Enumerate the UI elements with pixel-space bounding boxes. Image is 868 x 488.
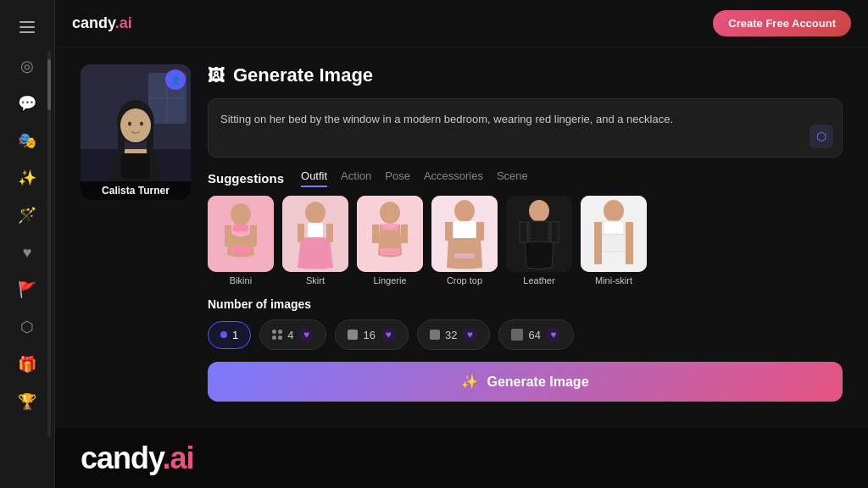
lingerie-figure — [357, 196, 423, 272]
num-images-label: Number of images — [208, 297, 843, 311]
num-value-1: 1 — [232, 329, 238, 341]
sidebar-item-compass[interactable]: ◎ — [10, 49, 44, 83]
num-value-4: 4 — [287, 329, 293, 341]
num-square-64 — [511, 329, 523, 341]
tab-outfit[interactable]: Outfit — [301, 169, 327, 187]
character-card[interactable]: 👤 Calista Turner — [81, 64, 191, 200]
svg-rect-27 — [381, 224, 398, 230]
svg-rect-33 — [453, 221, 476, 238]
hamburger-menu[interactable] — [12, 12, 42, 42]
svg-point-12 — [140, 122, 143, 126]
sidebar: ◎ 💬 🎭 ✨ 🪄 ♥ 🚩 ⬡ 🎁 🏆 — [0, 0, 55, 488]
outfit-thumb-miniskirt — [581, 196, 647, 272]
outfit-thumb-lingerie — [357, 196, 423, 272]
num-option-64[interactable]: 64 ♥ — [498, 319, 573, 350]
num-images-section: Number of images 1 4 ♥ — [208, 297, 843, 350]
sidebar-item-magic[interactable]: 🪄 — [10, 198, 44, 232]
sidebar-scrollbar — [47, 51, 51, 437]
suggestions-label: Suggestions — [208, 171, 284, 186]
outfit-label-bikini: Bikini — [230, 275, 252, 286]
outfit-bikini[interactable]: Bikini — [208, 196, 274, 286]
bottom-logo: candy.ai — [55, 429, 868, 488]
sidebar-item-sparkle[interactable]: ✨ — [10, 161, 44, 195]
num-dots-4 — [272, 330, 282, 340]
svg-rect-19 — [250, 225, 257, 247]
num-option-1[interactable]: 1 — [208, 321, 251, 349]
leather-figure — [506, 196, 572, 272]
svg-rect-40 — [520, 222, 527, 242]
svg-rect-16 — [233, 225, 248, 231]
suggestions-header: Suggestions Outfit Action Pose Accessori… — [208, 169, 843, 187]
sidebar-item-discord[interactable]: ⬡ — [10, 310, 44, 344]
svg-point-11 — [128, 122, 131, 126]
tab-pose[interactable]: Pose — [385, 169, 410, 187]
prompt-edit-button[interactable]: ⬡ — [810, 125, 833, 148]
prompt-box[interactable]: Sitting on her bed by the window in a mo… — [208, 98, 843, 158]
sidebar-scrollbar-thumb — [47, 59, 51, 110]
suggestions-section: Suggestions Outfit Action Pose Accessori… — [208, 169, 843, 286]
tab-scene[interactable]: Scene — [497, 169, 528, 187]
header: candy.ai Create Free Account — [55, 0, 868, 47]
main-content: candy.ai Create Free Account — [55, 0, 868, 488]
outfit-croptop[interactable]: Crop top — [431, 196, 498, 286]
outfit-label-skirt: Skirt — [306, 275, 325, 286]
suggestion-tabs: Outfit Action Pose Accessories Scene — [301, 169, 528, 187]
svg-rect-35 — [476, 222, 484, 241]
sidebar-item-trophy[interactable]: 🏆 — [10, 385, 44, 419]
num-option-32[interactable]: 32 ♥ — [417, 319, 490, 350]
tab-accessories[interactable]: Accessories — [424, 169, 483, 187]
svg-rect-30 — [401, 225, 408, 243]
outfit-skirt[interactable]: Skirt — [282, 196, 348, 286]
sidebar-item-layers[interactable]: 🎭 — [10, 124, 44, 158]
svg-point-10 — [120, 108, 151, 142]
bikini-figure — [208, 196, 274, 272]
outfit-label-croptop: Crop top — [447, 275, 482, 286]
logo-candy: candy — [72, 14, 115, 31]
outfit-thumb-leather — [506, 196, 572, 272]
miniskirt-figure — [581, 196, 647, 272]
outfit-leather[interactable]: Leather — [506, 196, 572, 286]
svg-rect-34 — [445, 222, 453, 241]
sidebar-item-gift[interactable]: 🎁 — [10, 347, 44, 381]
sidebar-top: ◎ 💬 🎭 ✨ 🪄 ♥ 🚩 ⬡ 🎁 🏆 — [0, 12, 54, 419]
svg-rect-47 — [594, 222, 602, 264]
svg-rect-17 — [231, 247, 250, 253]
character-name: Calista Turner — [81, 181, 191, 200]
tab-action[interactable]: Action — [341, 169, 371, 187]
outfit-thumb-croptop — [431, 196, 498, 272]
create-account-button[interactable]: Create Free Account — [713, 10, 851, 36]
svg-rect-23 — [298, 224, 304, 242]
svg-rect-28 — [380, 248, 400, 255]
svg-rect-46 — [604, 221, 624, 235]
croptop-figure — [431, 196, 498, 272]
outfit-label-miniskirt: Mini-skirt — [595, 275, 632, 286]
num-option-16[interactable]: 16 ♥ — [335, 319, 408, 350]
header-logo: candy.ai — [72, 14, 132, 32]
svg-point-21 — [305, 202, 326, 224]
svg-point-45 — [604, 200, 624, 222]
svg-rect-18 — [225, 225, 231, 247]
outfit-grid: Bikini — [208, 196, 843, 286]
content-area: 👤 Calista Turner 🖼 Generate Image Sittin… — [55, 47, 868, 429]
svg-rect-39 — [528, 221, 550, 242]
avatar-badge: 👤 — [165, 69, 186, 90]
sidebar-item-chat[interactable]: 💬 — [10, 86, 44, 120]
generate-panel: 🖼 Generate Image Sitting on her bed by t… — [208, 64, 843, 412]
sidebar-item-heart[interactable]: ♥ — [10, 236, 44, 269]
outfit-miniskirt[interactable]: Mini-skirt — [581, 196, 647, 286]
num-option-4[interactable]: 4 ♥ — [259, 319, 326, 350]
num-options: 1 4 ♥ 16 ♥ — [208, 319, 843, 350]
svg-rect-24 — [326, 224, 333, 242]
num-value-32: 32 — [445, 329, 457, 341]
svg-point-32 — [454, 200, 475, 222]
sidebar-item-flag[interactable]: 🚩 — [10, 273, 44, 307]
num-value-16: 16 — [363, 329, 375, 341]
bottom-logo-candy: candy — [81, 441, 162, 475]
outfit-label-leather: Leather — [523, 275, 554, 286]
generate-button[interactable]: ✨ Generate Image — [208, 362, 843, 402]
prompt-text: Sitting on her bed by the window in a mo… — [220, 113, 673, 125]
outfit-lingerie[interactable]: Lingerie — [357, 196, 423, 286]
svg-rect-48 — [626, 222, 633, 264]
num-square-32 — [430, 330, 440, 340]
num-dot-1 — [220, 331, 227, 338]
